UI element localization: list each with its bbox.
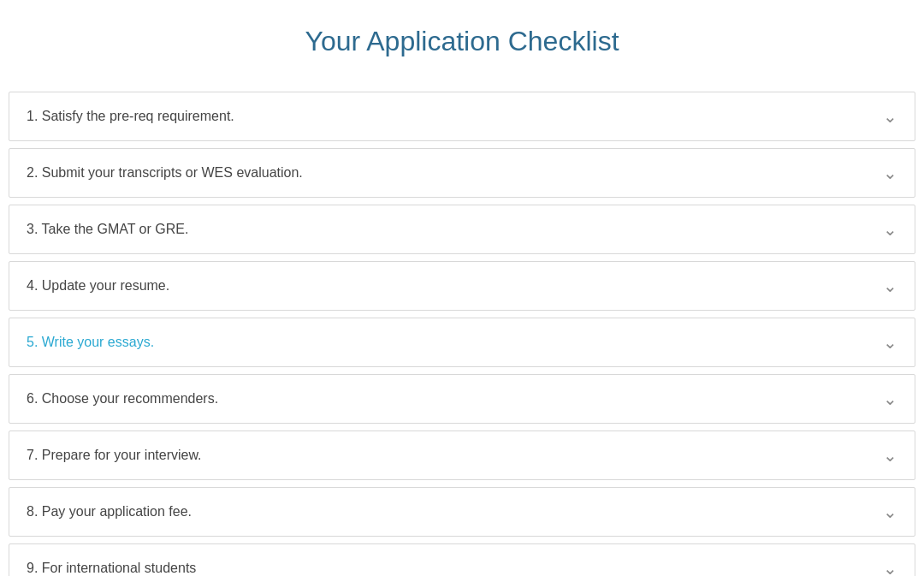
checklist-item-label-8: 8. Pay your application fee. (27, 504, 192, 520)
chevron-down-icon (883, 277, 897, 294)
checklist-item[interactable]: 7. Prepare for your interview. (9, 431, 915, 480)
checklist-item-label-3: 3. Take the GMAT or GRE. (27, 222, 188, 237)
checklist-item-label-7: 7. Prepare for your interview. (27, 448, 202, 463)
checklist-item[interactable]: 8. Pay your application fee. (9, 487, 915, 537)
checklist-item-label-1: 1. Satisfy the pre-req requirement. (27, 109, 234, 124)
chevron-down-icon (883, 221, 897, 238)
chevron-down-icon (883, 560, 897, 576)
chevron-down-icon (883, 447, 897, 464)
checklist-item[interactable]: 4. Update your resume. (9, 261, 915, 311)
chevron-down-icon (883, 164, 897, 181)
chevron-down-icon (883, 108, 897, 125)
checklist-item[interactable]: 9. For international students (9, 543, 915, 576)
checklist-item-header-3[interactable]: 3. Take the GMAT or GRE. (9, 205, 915, 253)
checklist-item-label-6: 6. Choose your recommenders. (27, 391, 218, 407)
checklist-item-header-5[interactable]: 5. Write your essays. (9, 318, 915, 366)
page-title: Your Application Checklist (9, 17, 915, 66)
checklist-item[interactable]: 6. Choose your recommenders. (9, 374, 915, 424)
checklist-item-header-7[interactable]: 7. Prepare for your interview. (9, 431, 915, 479)
checklist-item-header-8[interactable]: 8. Pay your application fee. (9, 488, 915, 536)
checklist-item[interactable]: 1. Satisfy the pre-req requirement. (9, 92, 915, 141)
checklist-item-header-2[interactable]: 2. Submit your transcripts or WES evalua… (9, 149, 915, 197)
checklist-item-label-9: 9. For international students (27, 561, 196, 576)
checklist-item-label-4: 4. Update your resume. (27, 278, 169, 294)
checklist-item-header-6[interactable]: 6. Choose your recommenders. (9, 375, 915, 423)
checklist-container: 1. Satisfy the pre-req requirement.2. Su… (9, 92, 915, 576)
checklist-item-header-9[interactable]: 9. For international students (9, 544, 915, 576)
checklist-item-label-5: 5. Write your essays. (27, 335, 154, 350)
chevron-down-icon (883, 390, 897, 407)
checklist-item-header-4[interactable]: 4. Update your resume. (9, 262, 915, 310)
checklist-item-label-2: 2. Submit your transcripts or WES evalua… (27, 165, 303, 181)
checklist-item[interactable]: 5. Write your essays. (9, 318, 915, 367)
checklist-item[interactable]: 3. Take the GMAT or GRE. (9, 205, 915, 254)
chevron-down-icon (883, 334, 897, 351)
checklist-item[interactable]: 2. Submit your transcripts or WES evalua… (9, 148, 915, 198)
chevron-down-icon (883, 503, 897, 520)
page-container: Your Application Checklist 1. Satisfy th… (0, 0, 924, 576)
checklist-item-header-1[interactable]: 1. Satisfy the pre-req requirement. (9, 92, 915, 140)
